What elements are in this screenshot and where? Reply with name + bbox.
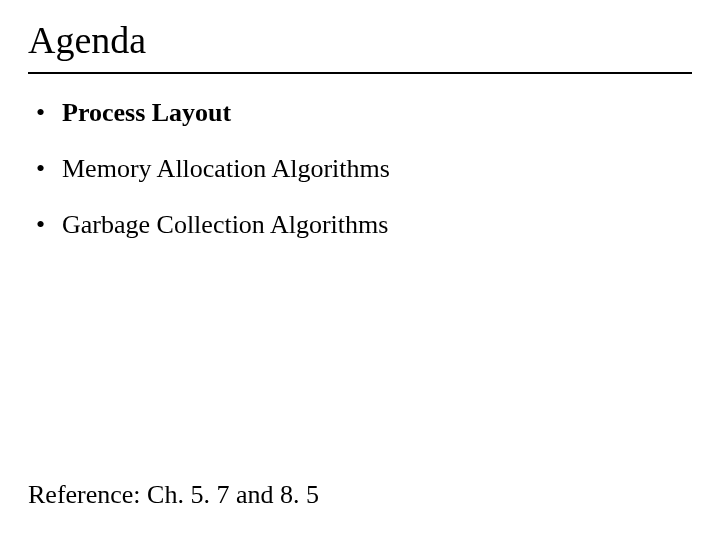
slide-title: Agenda bbox=[28, 18, 692, 62]
bullet-list: Process Layout Memory Allocation Algorit… bbox=[28, 96, 692, 241]
list-item: Garbage Collection Algorithms bbox=[36, 208, 692, 242]
bullet-text: Memory Allocation Algorithms bbox=[62, 154, 390, 183]
list-item: Process Layout bbox=[36, 96, 692, 130]
bullet-text: Garbage Collection Algorithms bbox=[62, 210, 388, 239]
reference-text: Reference: Ch. 5. 7 and 8. 5 bbox=[28, 480, 319, 510]
bullet-text: Process Layout bbox=[62, 98, 231, 127]
title-divider bbox=[28, 72, 692, 74]
list-item: Memory Allocation Algorithms bbox=[36, 152, 692, 186]
